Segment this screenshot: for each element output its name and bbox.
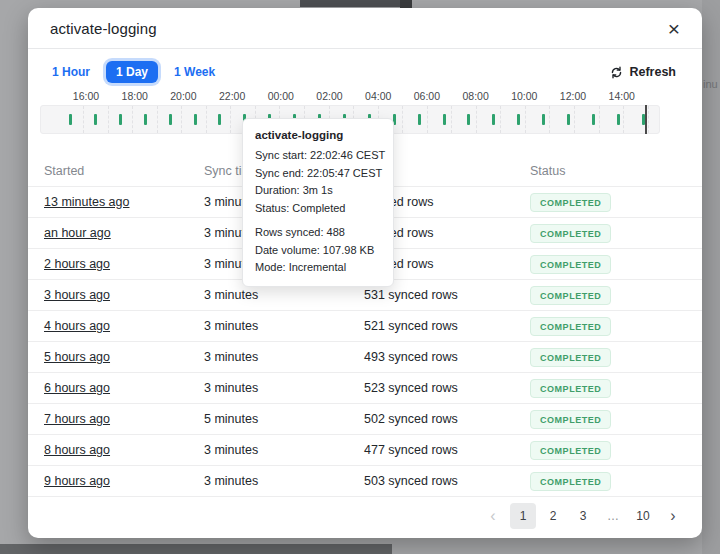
timeline-gridline	[181, 106, 182, 133]
sync-tick[interactable]	[418, 114, 421, 125]
tooltip-line: Duration: 3m 1s	[255, 182, 381, 200]
hour-label: 12:00	[560, 90, 586, 102]
sync-tick[interactable]	[567, 114, 570, 125]
modal-title: activate-logging	[50, 20, 157, 37]
sync-tick[interactable]	[542, 114, 545, 125]
timeline-gridline	[549, 106, 550, 133]
sync-tick[interactable]	[194, 114, 197, 125]
sync-tick[interactable]	[592, 114, 595, 125]
cell-sync-time: 3 minutes	[204, 443, 364, 457]
time-range-1-week[interactable]: 1 Week	[174, 65, 215, 79]
page-button-1[interactable]: 1	[510, 503, 536, 529]
hour-label: 22:00	[219, 90, 245, 102]
page-ellipsis: …	[600, 503, 626, 529]
tooltip-line: Status: Completed	[255, 200, 381, 218]
started-link[interactable]: 4 hours ago	[44, 319, 110, 333]
cell-status: COMPLETED	[530, 193, 686, 212]
tooltip-details: Sync start: 22:02:46 CESTSync end: 22:05…	[255, 147, 381, 217]
timeline-gridline	[574, 106, 575, 133]
timeline-gridline	[230, 106, 231, 133]
cell-status: COMPLETED	[530, 441, 686, 460]
hour-label: 10:00	[511, 90, 537, 102]
timeline-gridline	[648, 106, 649, 133]
cell-status: COMPLETED	[530, 348, 686, 367]
cell-synced-rows: 477 synced rows	[364, 443, 530, 457]
sync-tooltip: activate-logging Sync start: 22:02:46 CE…	[242, 118, 394, 287]
cell-sync-time: 3 minutes	[204, 474, 364, 488]
timeline-gridline	[476, 106, 477, 133]
cell-started: 2 hours ago	[44, 257, 204, 271]
hour-label: 16:00	[73, 90, 99, 102]
table-row: 5 hours ago3 minutes493 synced rowsCOMPL…	[28, 342, 702, 373]
timeline-gridline	[402, 106, 403, 133]
cell-started: 4 hours ago	[44, 319, 204, 333]
time-range-1-day[interactable]: 1 Day	[106, 61, 158, 83]
hour-label: 02:00	[316, 90, 342, 102]
page-button-10[interactable]: 10	[630, 503, 656, 529]
sync-tick[interactable]	[617, 114, 620, 125]
sync-tick[interactable]	[69, 114, 72, 125]
close-icon[interactable]: ×	[668, 18, 680, 39]
page-prev-button[interactable]: ‹	[480, 503, 506, 529]
started-link[interactable]: 3 hours ago	[44, 288, 110, 302]
modal-header: activate-logging ×	[28, 8, 702, 49]
cell-sync-time: 3 minutes	[204, 381, 364, 395]
background-text-fragment: inu	[703, 78, 718, 90]
hour-label: 08:00	[462, 90, 488, 102]
refresh-button[interactable]: Refresh	[604, 64, 682, 80]
cell-sync-time: 3 minutes	[204, 319, 364, 333]
started-link[interactable]: 7 hours ago	[44, 412, 110, 426]
sync-tick[interactable]	[144, 114, 147, 125]
cell-started: 13 minutes ago	[44, 195, 204, 209]
page-button-2[interactable]: 2	[540, 503, 566, 529]
cell-status: COMPLETED	[530, 224, 686, 243]
started-link[interactable]: 9 hours ago	[44, 474, 110, 488]
page-next-button[interactable]: ›	[660, 503, 686, 529]
tooltip-line: Mode: Incremental	[255, 259, 381, 277]
timeline-gridline	[623, 106, 624, 133]
cell-synced-rows: 521 synced rows	[364, 319, 530, 333]
background-toolbar-dark-fragment	[400, 0, 412, 8]
header-started: Started	[44, 164, 204, 178]
sync-tick[interactable]	[218, 114, 221, 125]
background-toolbar-fragment	[300, 0, 412, 7]
status-badge: COMPLETED	[530, 379, 611, 398]
time-range-1-hour[interactable]: 1 Hour	[52, 65, 90, 79]
started-link[interactable]: 2 hours ago	[44, 257, 110, 271]
cell-status: COMPLETED	[530, 317, 686, 336]
status-badge: COMPLETED	[530, 348, 611, 367]
tooltip-line: Date volume: 107.98 KB	[255, 242, 381, 260]
page-button-3[interactable]: 3	[570, 503, 596, 529]
tooltip-stats: Rows synced: 488Date volume: 107.98 KBMo…	[255, 224, 381, 277]
timeline-gridline	[157, 106, 158, 133]
sync-tick[interactable]	[517, 114, 520, 125]
tooltip-line: Sync start: 22:02:46 CEST	[255, 147, 381, 165]
status-badge: COMPLETED	[530, 472, 611, 491]
started-link[interactable]: 13 minutes ago	[44, 195, 129, 209]
cell-status: COMPLETED	[530, 410, 686, 429]
hour-label: 20:00	[170, 90, 196, 102]
cell-started: an hour ago	[44, 226, 204, 240]
sync-tick[interactable]	[169, 114, 172, 125]
cell-started: 9 hours ago	[44, 474, 204, 488]
status-badge: COMPLETED	[530, 255, 611, 274]
timeline-gridline	[83, 106, 84, 133]
hour-label: 00:00	[268, 90, 294, 102]
cell-status: COMPLETED	[530, 255, 686, 274]
controls-row: 1 Hour1 Day1 Week Refresh	[52, 60, 682, 84]
hour-label: 18:00	[122, 90, 148, 102]
started-link[interactable]: 8 hours ago	[44, 443, 110, 457]
sync-tick[interactable]	[119, 114, 122, 125]
sync-tick[interactable]	[94, 114, 97, 125]
table-row: 8 hours ago3 minutes477 synced rowsCOMPL…	[28, 435, 702, 466]
status-badge: COMPLETED	[530, 317, 611, 336]
sync-tick[interactable]	[443, 114, 446, 125]
sync-tick[interactable]	[492, 114, 495, 125]
started-link[interactable]: 6 hours ago	[44, 381, 110, 395]
started-link[interactable]: an hour ago	[44, 226, 111, 240]
cell-synced-rows: 523 synced rows	[364, 381, 530, 395]
sync-tick[interactable]	[467, 114, 470, 125]
refresh-label: Refresh	[629, 65, 676, 79]
started-link[interactable]: 5 hours ago	[44, 350, 110, 364]
cell-started: 3 hours ago	[44, 288, 204, 302]
